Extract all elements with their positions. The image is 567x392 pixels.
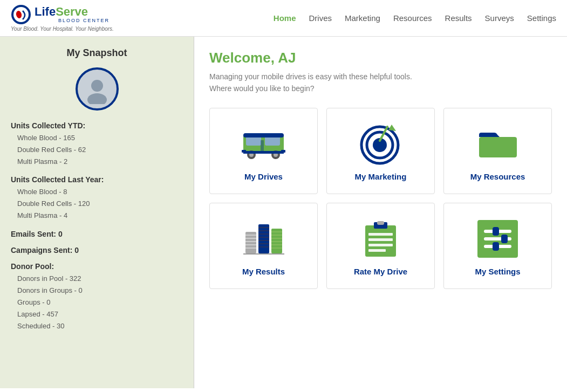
svg-rect-47 (377, 221, 384, 225)
units-ly-multi-plasma: Multi Plasma - 4 (17, 210, 183, 222)
folder-icon (474, 122, 522, 166)
svg-rect-29 (258, 224, 269, 253)
units-ly-double-red: Double Red Cells - 120 (17, 198, 183, 210)
logo-serve: Serve (56, 5, 88, 18)
svg-rect-37 (271, 229, 282, 253)
main-layout: My Snapshot Units Collected YTD: Whole B… (0, 37, 567, 388)
welcome-title: Welcome, AJ (209, 50, 552, 66)
nav-home[interactable]: Home (274, 13, 296, 23)
svg-rect-16 (243, 151, 284, 154)
donor-pool-header: Donor Pool: (11, 262, 183, 271)
avatar-container (11, 67, 183, 111)
logo-area: LifeServe BLOOD CENTER Your Blood. Your … (11, 4, 129, 32)
donor-pool-3: Lapsed - 457 (17, 308, 183, 320)
card-my-marketing-label: My Marketing (355, 172, 407, 181)
bus-icon (240, 122, 288, 166)
card-my-resources-label: My Resources (470, 172, 525, 181)
card-rate-my-drive[interactable]: Rate My Drive (326, 203, 435, 289)
avatar-icon (82, 74, 112, 104)
donor-pool-1: Donors in Groups - 0 (17, 285, 183, 297)
sidebar: My Snapshot Units Collected YTD: Whole B… (0, 37, 194, 388)
main-nav: Home Drives Marketing Resources Results … (274, 13, 556, 23)
emails-sent: Emails Sent: 0 (11, 230, 183, 238)
svg-rect-57 (501, 235, 508, 243)
nav-resources[interactable]: Resources (393, 13, 432, 23)
units-ytd-double-red: Double Red Cells - 62 (17, 144, 183, 156)
donor-pool-0: Donors in Pool - 322 (17, 273, 183, 285)
clipboard-icon (357, 217, 405, 260)
nav-marketing[interactable]: Marketing (345, 13, 380, 23)
svg-rect-8 (243, 133, 284, 137)
logo-sub: BLOOD CENTER (58, 18, 110, 23)
svg-rect-58 (493, 242, 499, 251)
nav-results[interactable]: Results (445, 13, 472, 23)
card-grid: My Drives My Marketing (209, 108, 552, 289)
svg-point-3 (91, 80, 103, 92)
nav-surveys[interactable]: Surveys (485, 13, 514, 23)
logo-tagline: Your Blood. Your Hospital. Your Neighbor… (11, 26, 129, 32)
main-content: Welcome, AJ Managing your mobile drives … (194, 37, 567, 388)
svg-rect-48 (368, 233, 393, 236)
campaigns-sent: Campaigns Sent: 0 (11, 246, 183, 255)
card-my-marketing[interactable]: My Marketing (326, 108, 435, 194)
units-ly-whole-blood: Whole Blood - 8 (17, 186, 183, 198)
svg-rect-22 (479, 137, 517, 157)
header: LifeServe BLOOD CENTER Your Blood. Your … (0, 0, 567, 37)
svg-rect-50 (368, 244, 393, 246)
donor-pool-4: Scheduled - 30 (17, 320, 183, 332)
card-my-settings[interactable]: My Settings (443, 203, 552, 289)
units-ytd-header: Units Collected YTD: (11, 121, 183, 130)
units-ytd-multi-plasma: Multi Plasma - 2 (17, 156, 183, 168)
card-rate-my-drive-label: Rate My Drive (354, 267, 407, 276)
card-my-drives[interactable]: My Drives (209, 108, 318, 194)
svg-rect-51 (368, 249, 386, 252)
nav-drives[interactable]: Drives (309, 13, 332, 23)
donor-pool-2: Groups - 0 (17, 297, 183, 308)
lifeserve-logo-icon (11, 4, 31, 25)
target-icon (357, 122, 405, 166)
nav-settings[interactable]: Settings (527, 13, 556, 23)
logo-life: Life (35, 5, 56, 18)
avatar (76, 67, 119, 111)
svg-point-4 (87, 93, 107, 104)
units-last-year-header: Units Collected Last Year: (11, 175, 183, 184)
svg-rect-49 (368, 238, 393, 241)
svg-marker-21 (388, 125, 396, 131)
card-my-settings-label: My Settings (475, 267, 520, 276)
card-my-drives-label: My Drives (244, 172, 283, 181)
svg-rect-56 (493, 227, 499, 236)
card-my-results[interactable]: My Results (209, 203, 318, 289)
card-my-resources[interactable]: My Resources (443, 108, 552, 194)
card-my-results-label: My Results (242, 267, 285, 276)
units-ytd-whole-blood: Whole Blood - 165 (17, 132, 183, 144)
sidebar-title: My Snapshot (11, 47, 183, 59)
chart-icon (240, 217, 288, 260)
welcome-subtitle: Managing your mobile drives is easy with… (209, 71, 552, 95)
sliders-icon (474, 217, 522, 260)
